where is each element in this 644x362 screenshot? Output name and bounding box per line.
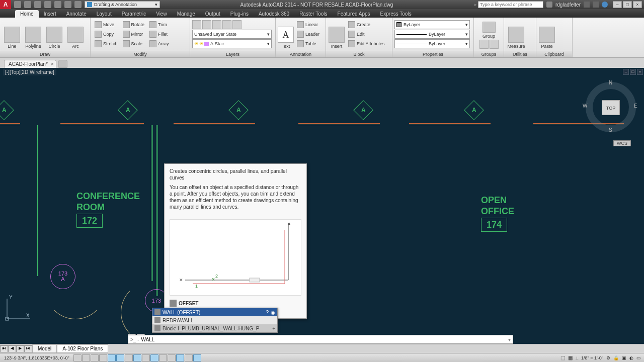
3dosnap-toggle[interactable] [125,354,133,361]
tab-manage[interactable]: Manage [172,10,200,18]
viewport-max-icon[interactable]: □ [630,69,636,75]
array-button[interactable]: Array [147,39,171,48]
rotate-button[interactable]: Rotate [121,20,147,29]
globe-icon[interactable]: ◉ [271,310,275,315]
anno-scale-value[interactable]: 1/8" = 1'-0" [581,355,603,360]
copyclip-icon[interactable] [556,30,566,39]
panel-title-layers[interactable]: Layers [190,51,275,57]
plot-icon[interactable] [54,1,61,8]
autocomplete-item-selected[interactable]: WALL (OFFSET)?◉ [152,308,277,316]
tab-autodesk360[interactable]: Autodesk 360 [254,10,294,18]
anno-scale[interactable]: ⟂ [576,355,578,360]
paste-button[interactable]: Paste [538,20,555,49]
layout-prev-icon[interactable]: ◀ [8,345,16,352]
model-tab[interactable]: Model [32,344,57,353]
close-button[interactable]: × [633,1,642,8]
quickview-layouts-icon[interactable]: ▦ [568,355,573,360]
layer-iso-icon[interactable] [212,20,221,29]
tab-plugins[interactable]: Plug-ins [225,10,254,18]
panel-title-annotation[interactable]: Annotation [276,51,326,57]
search-input[interactable] [478,1,543,8]
polar-toggle[interactable] [108,354,116,361]
viewcube[interactable]: TOP N S W E [586,82,636,132]
snap-toggle[interactable] [82,354,90,361]
panel-title-modify[interactable]: Modify [91,51,190,57]
color-combo[interactable]: ByLayer▾ [394,20,470,29]
clean-screen-icon[interactable]: ▭ [636,355,641,360]
move-button[interactable]: Move [93,20,120,29]
tpy-toggle[interactable] [168,354,176,361]
layer-state-combo[interactable]: Unsaved Layer State▾ [192,30,272,39]
workspace-switch-icon[interactable]: ⚙ [606,355,610,360]
command-line[interactable]: WALL▾ [128,335,513,344]
otrack-toggle[interactable] [133,354,141,361]
arc-button[interactable]: Arc [65,20,86,49]
help-icon[interactable] [602,2,608,8]
circle-button[interactable]: Circle [44,20,64,49]
text-button[interactable]: AText [278,20,294,49]
undo-icon[interactable] [64,1,71,8]
hardware-accel-icon[interactable]: ▣ [622,355,626,360]
layout-first-icon[interactable]: ⏮ [0,345,8,352]
layer-off-icon[interactable] [232,20,242,29]
saveas-icon[interactable] [44,1,51,8]
copy-button[interactable]: Copy [93,30,120,39]
tab-view[interactable]: View [151,10,172,18]
osnap-toggle[interactable] [116,354,124,361]
coordinates-readout[interactable]: 123'-9 3/4", 1.810335E+03, 0'-0" [0,355,73,360]
ducs-toggle[interactable] [142,354,150,361]
stretch-button[interactable]: Stretch [93,39,120,48]
layer-freeze-icon[interactable] [222,20,231,29]
save-icon[interactable] [34,1,41,8]
edit-attributes-button[interactable]: Edit Attributes [346,39,387,48]
linear-dim-button[interactable]: Linear [295,20,321,29]
ortho-toggle[interactable] [99,354,107,361]
layer-current-combo[interactable]: ☀☀A-Stair▾ [192,39,272,48]
measure-button[interactable]: Measure [506,20,526,49]
tab-featuredapps[interactable]: Featured Apps [333,10,375,18]
erase-icon[interactable] [172,20,181,29]
qp-toggle[interactable] [176,354,184,361]
lock-ui-icon[interactable]: 🔒 [613,355,619,360]
panel-title-groups[interactable]: Groups [474,51,504,57]
scale-button[interactable]: Scale [121,39,147,48]
am-toggle[interactable] [193,354,201,361]
autocomplete-item[interactable]: REDRAWALL [152,316,277,324]
grid-toggle[interactable] [91,354,99,361]
edit-block-button[interactable]: Edit [346,30,387,39]
group-button[interactable]: Group [480,19,498,39]
lwt-toggle[interactable] [159,354,167,361]
autocomplete-item[interactable]: Block: I_PLUMB_URINAL_WALL-HUNG_P+ [152,324,277,332]
trim-button[interactable]: Trim [147,20,171,29]
table-button[interactable]: Table [295,39,321,48]
matchprop-icon[interactable] [556,39,566,48]
panel-title-draw[interactable]: Draw [0,51,90,57]
explode-icon[interactable] [172,30,181,39]
tab-annotate[interactable]: Annotate [61,10,92,18]
fillet-button[interactable]: Fillet [147,30,171,39]
maximize-button[interactable]: □ [623,1,632,8]
isolate-objects-icon[interactable]: ◐ [629,355,633,360]
group-edit-icon[interactable] [479,40,489,49]
wcs-tag[interactable]: WCS [613,140,631,146]
tab-rastertools[interactable]: Raster Tools [294,10,332,18]
minimize-button[interactable]: – [613,1,622,8]
line-button[interactable]: Line [2,20,22,49]
offset-icon[interactable] [172,39,181,48]
tab-layout[interactable]: Layout [92,10,117,18]
model-space-button[interactable]: ⬚ [560,355,565,360]
panel-title-clipboard[interactable]: Clipboard [536,51,572,57]
insert-block-button[interactable]: Insert [328,20,345,49]
tab-expresstools[interactable]: Express Tools [375,10,417,18]
workspace-selector[interactable]: Drafting & Annotation ▾ [85,1,160,8]
layout-last-icon[interactable]: ⏭ [24,345,32,352]
document-tab[interactable]: ACAD-FloorPlan* [4,60,56,68]
open-icon[interactable] [24,1,31,8]
viewport-label[interactable]: [-][Top][2D Wireframe] [3,69,56,75]
panel-title-block[interactable]: Block [326,51,392,57]
tab-parametric[interactable]: Parametric [117,10,151,18]
layout-next-icon[interactable]: ▶ [16,345,24,352]
create-block-button[interactable]: Create [346,20,387,29]
user-block[interactable]: rdgladfelter [543,2,611,8]
layer-prop-icon[interactable] [192,20,201,29]
